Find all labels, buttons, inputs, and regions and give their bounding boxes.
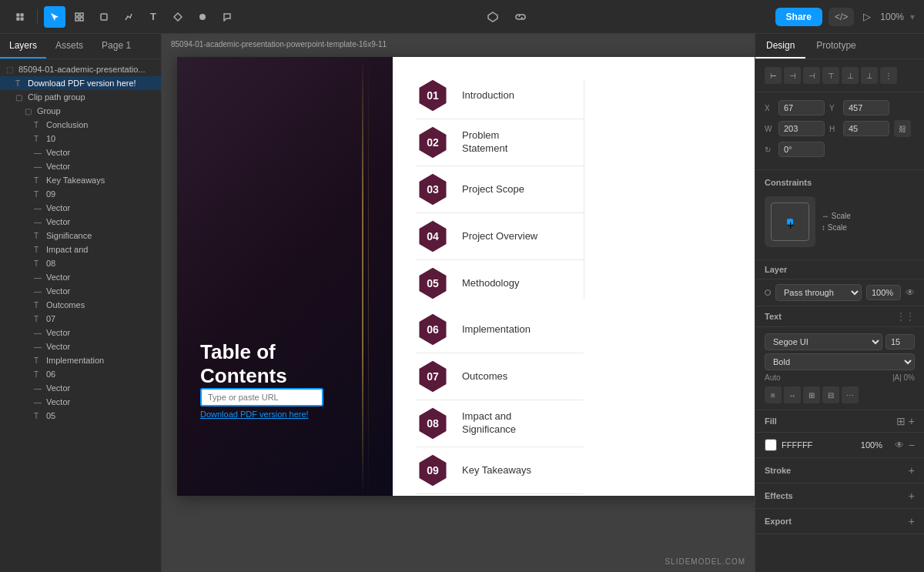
h-input[interactable]	[843, 121, 889, 136]
layer-label: 85094-01-academic-presentatio...	[18, 65, 145, 74]
code-button[interactable]: </>	[829, 8, 854, 26]
layer-item[interactable]: TConclusion	[0, 118, 161, 132]
w-input[interactable]	[778, 121, 825, 136]
layer-item[interactable]: —Vector	[0, 340, 161, 353]
text-options-icon[interactable]: ⋮⋮	[896, 311, 915, 322]
export-add-btn[interactable]: +	[909, 515, 915, 527]
frame-tool[interactable]	[69, 6, 90, 28]
layer-item[interactable]: T09	[0, 187, 161, 201]
toc-col-right: 06Implementation07Outcomes08Impact and S…	[416, 306, 584, 496]
distribute-btn[interactable]: ⋮	[880, 67, 897, 84]
design-tab[interactable]: Design	[755, 34, 805, 59]
stroke-add-btn[interactable]: +	[909, 464, 915, 477]
text-align-right[interactable]: ↔	[784, 386, 801, 403]
slide-left-bg	[177, 57, 393, 496]
pen-tool[interactable]	[118, 6, 139, 28]
align-center-h-btn[interactable]: ⊣	[784, 67, 801, 84]
slide-title: Table ofContents	[200, 340, 287, 388]
share-button[interactable]: Share	[775, 8, 822, 26]
layer-label: 05	[46, 411, 55, 420]
layer-item[interactable]: —Vector	[0, 146, 161, 159]
layer-item[interactable]: TSignificance	[0, 229, 161, 243]
align-bottom-btn[interactable]: ⊥	[861, 67, 878, 84]
vector-icon: —	[34, 329, 43, 337]
layer-item[interactable]: TDownload PDF version here!	[0, 76, 161, 90]
layer-item[interactable]: TOutcomes	[0, 298, 161, 312]
layer-item[interactable]: T05	[0, 409, 161, 423]
align-middle-btn[interactable]: ⊥	[842, 67, 859, 84]
fill-tool[interactable]	[192, 6, 213, 28]
left-panel: Layers Assets Page 1 ⬚85094-01-academic-…	[0, 34, 162, 572]
constraint-h: Scale	[832, 212, 851, 220]
panel-tabs: Layers Assets Page 1	[0, 34, 161, 59]
fill-add-btn[interactable]: +	[909, 415, 915, 427]
toc-item: 03Project Scope	[416, 166, 584, 213]
layer-item[interactable]: —Vector	[0, 381, 161, 395]
rotation-input[interactable]	[778, 142, 825, 157]
layer-item[interactable]: —Vector	[0, 215, 161, 229]
page-tab[interactable]: Page 1	[92, 34, 140, 59]
link-icon[interactable]	[510, 6, 531, 28]
play-button[interactable]: ▷	[860, 8, 874, 25]
layer-item[interactable]: TImpact and	[0, 243, 161, 256]
layer-label: 07	[46, 314, 55, 323]
layer-item[interactable]: T08	[0, 256, 161, 270]
fill-remove-btn[interactable]: −	[909, 439, 915, 451]
fill-color-swatch[interactable]	[765, 439, 777, 451]
figma-icon[interactable]	[9, 6, 31, 28]
layer-item[interactable]: ▢Clip path group	[0, 90, 161, 104]
x-input[interactable]	[778, 100, 825, 115]
layer-item[interactable]: —Vector	[0, 326, 161, 340]
toc-item: 10Conclusion	[416, 494, 584, 496]
layer-item[interactable]: —Vector	[0, 270, 161, 284]
fill-visibility-toggle[interactable]: 👁	[895, 440, 904, 450]
plugin-icon[interactable]	[482, 6, 504, 28]
effects-add-btn[interactable]: +	[909, 490, 915, 502]
layer-item[interactable]: —Vector	[0, 395, 161, 409]
layer-item[interactable]: TKey Takeaways	[0, 173, 161, 187]
layer-item[interactable]: T10	[0, 132, 161, 146]
layer-item[interactable]: T06	[0, 367, 161, 381]
constrain-proportions-btn[interactable]: ⛓	[894, 120, 911, 137]
font-weight-select[interactable]: Bold	[765, 353, 915, 370]
toc-label: Project Overview	[462, 230, 537, 243]
layer-item[interactable]: —Vector	[0, 201, 161, 215]
font-size-input[interactable]	[886, 334, 915, 350]
prototype-tab[interactable]: Prototype	[805, 34, 866, 59]
component-tool[interactable]	[167, 6, 189, 28]
hex-badge: 05	[416, 266, 450, 300]
h-label: H	[829, 125, 839, 133]
text-more-options[interactable]: ⋯	[842, 386, 859, 403]
layers-tab[interactable]: Layers	[0, 34, 46, 59]
svg-rect-6	[75, 18, 79, 21]
text-align-left[interactable]: ≡	[765, 386, 782, 403]
vector-icon: —	[34, 204, 43, 212]
layer-item[interactable]: TImplementation	[0, 353, 161, 367]
layer-item[interactable]: ▢Group	[0, 104, 161, 118]
move-tool[interactable]	[44, 6, 65, 28]
align-top-btn[interactable]: ⊤	[822, 67, 839, 84]
text-tool[interactable]: T	[142, 6, 164, 28]
url-input[interactable]	[200, 388, 323, 406]
opacity-input[interactable]	[866, 285, 901, 300]
comment-tool[interactable]	[216, 6, 238, 28]
assets-tab[interactable]: Assets	[46, 34, 92, 59]
align-right-btn[interactable]: ⊣	[803, 67, 820, 84]
layer-item[interactable]: —Vector	[0, 284, 161, 298]
font-select[interactable]: Segoe UI	[765, 333, 882, 350]
layer-item[interactable]: T07	[0, 312, 161, 326]
export-title: Export	[765, 517, 792, 526]
visibility-toggle[interactable]: 👁	[906, 287, 915, 298]
canvas-area[interactable]: 85094-01-academic-presentation-powerpoin…	[162, 34, 755, 572]
align-left-btn[interactable]: ⊢	[765, 67, 782, 84]
text-align-top[interactable]: ⊞	[803, 386, 820, 403]
text-align-bottom[interactable]: ⊟	[822, 386, 839, 403]
fill-grid-btn[interactable]: ⊞	[896, 415, 906, 427]
hex-badge: 02	[416, 125, 450, 159]
shape-tool[interactable]	[93, 6, 115, 28]
y-input[interactable]	[843, 100, 889, 115]
blend-select[interactable]: Pass through	[775, 284, 862, 301]
layer-item[interactable]: —Vector	[0, 159, 161, 173]
download-link[interactable]: Download PDF version here!	[200, 410, 323, 419]
layer-item[interactable]: ⬚85094-01-academic-presentatio...	[0, 62, 161, 76]
